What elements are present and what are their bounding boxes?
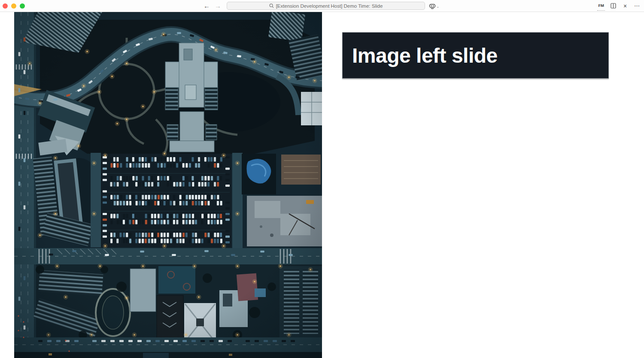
slide-image bbox=[14, 12, 322, 358]
history-navigation: ← → bbox=[204, 0, 221, 12]
command-center-text: [Extension Development Host] Demo Time: … bbox=[276, 3, 383, 9]
split-editor-icon[interactable] bbox=[609, 2, 617, 10]
slide-title-banner: Image left slide bbox=[342, 32, 609, 79]
more-actions-icon[interactable]: ⋯ bbox=[633, 2, 641, 10]
close-editor-icon[interactable]: × bbox=[621, 2, 629, 10]
aerial-city-image bbox=[14, 12, 322, 358]
back-button[interactable]: ← bbox=[204, 3, 210, 9]
titlebar: ← → [Extension Development Host] Demo Ti… bbox=[0, 0, 644, 12]
traffic-lights bbox=[3, 0, 25, 12]
close-window-button[interactable] bbox=[3, 3, 8, 9]
zoom-window-button[interactable] bbox=[20, 3, 25, 9]
copilot-icon bbox=[429, 3, 436, 9]
search-icon bbox=[269, 3, 274, 8]
minimize-window-button[interactable] bbox=[11, 3, 16, 9]
slide-canvas: Image left slide bbox=[0, 12, 644, 358]
editor-actions: FM × ⋯ bbox=[597, 0, 641, 12]
chevron-down-icon: ⌄ bbox=[436, 4, 440, 9]
command-center[interactable]: [Extension Development Host] Demo Time: … bbox=[227, 2, 425, 10]
frontmatter-icon[interactable]: FM bbox=[597, 1, 605, 11]
copilot-menu[interactable]: ⌄ bbox=[429, 0, 440, 12]
forward-button[interactable]: → bbox=[215, 3, 221, 9]
app-window: ← → [Extension Development Host] Demo Ti… bbox=[0, 0, 644, 358]
slide-title: Image left slide bbox=[343, 44, 498, 67]
